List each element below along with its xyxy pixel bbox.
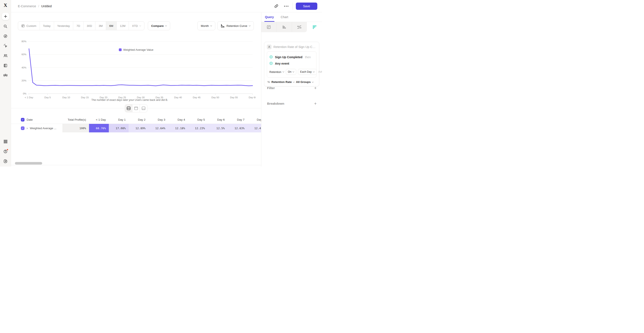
cursor-click-icon xyxy=(4,44,8,48)
range-7d[interactable]: 7D xyxy=(73,22,84,30)
flows-report-button[interactable] xyxy=(292,22,307,32)
board-icon xyxy=(4,64,8,68)
value-cell: 12.49% xyxy=(248,124,261,132)
save-button[interactable]: Save xyxy=(296,3,317,10)
horizontal-scrollbar-thumb[interactable] xyxy=(15,162,42,165)
row-checkbox[interactable]: ✓ xyxy=(21,126,24,130)
table-only-view-button[interactable] xyxy=(140,105,147,112)
groups-dropdown[interactable]: All Groups xyxy=(296,80,314,84)
breakdown-label: Breakdown xyxy=(267,102,284,105)
retention-type-dropdown[interactable]: Retention xyxy=(270,70,284,74)
select-all-checkbox[interactable]: ✓ xyxy=(21,118,24,122)
top-bar: E-Commerce / Untitled Save xyxy=(11,0,322,12)
percent-icon: % xyxy=(268,80,270,84)
insights-report-button[interactable] xyxy=(261,22,277,32)
value-cell: 17.08% xyxy=(109,124,129,132)
insights-icon xyxy=(267,25,271,29)
advanced-dropdown[interactable]: Adv... xyxy=(318,70,322,73)
compare-button[interactable]: Compare xyxy=(148,21,170,30)
date-range-segmented-control: CustomTodayYesterday7D30D3M6M12MXTD xyxy=(18,21,144,30)
funnels-report-button[interactable] xyxy=(277,22,292,32)
table-only-view-icon xyxy=(142,106,146,110)
column-header: Day 3 xyxy=(148,118,168,121)
mixpanel-logo[interactable]: X xyxy=(4,3,7,8)
y-axis-label: 20% xyxy=(22,79,26,82)
sidebar-item-explore[interactable] xyxy=(2,33,9,40)
sidebar-item-apps[interactable] xyxy=(2,138,9,145)
interval-dropdown[interactable]: Each Day xyxy=(298,69,316,75)
sidebar-item-boards[interactable] xyxy=(2,62,9,69)
granularity-dropdown[interactable]: Month xyxy=(198,21,216,30)
y-axis-label: 80% xyxy=(22,40,26,43)
tab-query[interactable]: Query xyxy=(265,12,274,22)
more-options-button[interactable] xyxy=(283,3,290,10)
sidebar-item-settings[interactable] xyxy=(2,158,9,165)
sidebar-item-users[interactable] xyxy=(2,52,9,59)
query-panel: Query Chart xyxy=(261,12,322,167)
table-row: ✓ › Weighted Average ... 100%68.76%17.08… xyxy=(11,124,261,132)
retention-report-button[interactable] xyxy=(307,22,322,32)
value-cell: 12.63% xyxy=(228,124,248,132)
column-header: Day 4 xyxy=(168,118,188,121)
range-30d[interactable]: 30D xyxy=(84,22,96,30)
breadcrumb-project[interactable]: E-Commerce xyxy=(18,5,36,8)
on-dropdown[interactable]: On xyxy=(286,69,296,75)
range-custom[interactable]: Custom xyxy=(18,22,40,30)
split-view-icon xyxy=(126,106,130,110)
filter-section: Filter + xyxy=(267,86,317,90)
value-cell: 12.18% xyxy=(168,124,188,132)
sidebar-item-events[interactable] xyxy=(2,42,9,50)
retention-table: ✓ Date Total Profile(s)< 1 DayDay 1Day 2… xyxy=(11,116,261,132)
copy-link-button[interactable] xyxy=(273,3,280,10)
search-icon xyxy=(4,24,8,28)
sidebar-item-help[interactable] xyxy=(2,148,9,155)
tab-chart[interactable]: Chart xyxy=(281,12,288,22)
link-icon xyxy=(274,4,278,8)
column-header: Day 6 xyxy=(208,118,228,121)
group-icon xyxy=(3,73,8,77)
event-hexagon-icon xyxy=(270,62,273,66)
layout-toggle-group xyxy=(125,104,148,112)
sidebar-item-cohorts[interactable] xyxy=(2,72,9,79)
row-expand-chevron[interactable]: › xyxy=(26,126,28,130)
chart-type-dropdown[interactable]: Retention Curve xyxy=(218,21,254,30)
split-view-button[interactable] xyxy=(125,105,132,112)
column-header: Total Profile(s) xyxy=(62,118,89,121)
range-xtd[interactable]: XTD xyxy=(129,22,144,30)
y-axis-label: 60% xyxy=(22,53,26,56)
report-type-switcher xyxy=(261,22,322,32)
range-today[interactable]: Today xyxy=(40,22,54,30)
retention-line-series xyxy=(29,49,252,86)
sidebar-item-search[interactable] xyxy=(2,23,9,30)
breadcrumb: E-Commerce / Untitled xyxy=(18,5,52,8)
range-6m[interactable]: 6M xyxy=(106,22,117,30)
chart-only-view-button[interactable] xyxy=(132,105,140,112)
create-new-button[interactable] xyxy=(2,13,9,20)
column-header: < 1 Day xyxy=(89,118,109,121)
range-3m[interactable]: 3M xyxy=(96,22,106,30)
retention-icon xyxy=(312,25,317,29)
series-title[interactable]: Retention Rate of Sign Up Compl... xyxy=(274,45,316,49)
column-header: Day 8 xyxy=(248,118,261,121)
x-axis-label: Day 60 xyxy=(249,96,256,99)
breadcrumb-separator: / xyxy=(38,5,39,8)
breadcrumb-page-title[interactable]: Untitled xyxy=(41,5,52,8)
value-cell: 12.89% xyxy=(129,124,148,132)
compass-icon xyxy=(4,34,8,38)
filter-label: Filter xyxy=(267,86,275,90)
return-event-row[interactable]: Any event xyxy=(270,60,314,67)
chart-only-view-icon xyxy=(134,106,138,110)
range-12m[interactable]: 12M xyxy=(117,22,129,30)
flows-icon xyxy=(297,25,302,29)
row-label: Weighted Average ... xyxy=(30,127,56,130)
add-breakdown-button[interactable]: + xyxy=(314,101,317,106)
retention-line-chart: 0%20%40%60%80%< 1 DayDay 5Day 10Day 15Da… xyxy=(19,40,256,104)
app-window: X xyxy=(0,0,322,167)
value-cell: 12.23% xyxy=(188,124,208,132)
ellipsis-icon xyxy=(284,6,288,7)
column-header: Day 5 xyxy=(188,118,208,121)
add-filter-button[interactable]: + xyxy=(314,86,317,90)
measure-dropdown[interactable]: Retention Rate xyxy=(272,80,294,84)
first-event-row[interactable]: Sign Up Completed then xyxy=(270,54,314,60)
range-yesterday[interactable]: Yesterday xyxy=(54,22,74,30)
